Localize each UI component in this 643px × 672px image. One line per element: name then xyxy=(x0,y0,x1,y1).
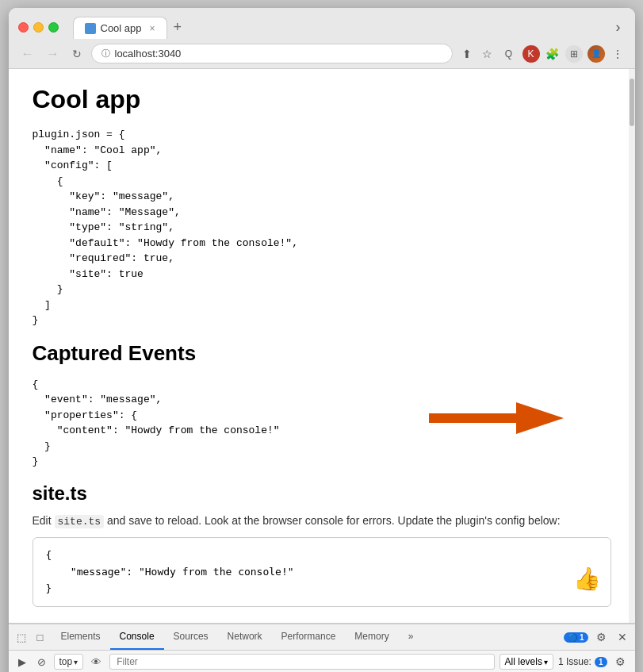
extension-icon-2[interactable]: K xyxy=(522,45,540,63)
site-ts-description: Edit site.ts and save to reload. Look at… xyxy=(33,513,611,530)
captured-events-title: Captured Events xyxy=(33,341,611,366)
svg-marker-0 xyxy=(429,402,564,434)
site-ts-title: site.ts xyxy=(33,482,611,505)
log-level-selector[interactable]: All levels ▾ xyxy=(499,654,553,670)
devtools-tab-network[interactable]: Network xyxy=(218,624,272,650)
devtools-toolbar: ▶ ⊘ top ▾ 👁 All levels ▾ 1 Issue: 1 ⚙ xyxy=(9,651,635,672)
extension-icon-1[interactable]: Q xyxy=(500,45,518,63)
site-ts-code-inline: site.ts xyxy=(55,515,105,528)
title-bar: Cool app × + › xyxy=(9,8,635,39)
traffic-lights xyxy=(18,22,59,33)
menu-button[interactable]: ⋮ xyxy=(610,46,626,62)
devtools-right-controls: 🔵 1 ⚙ ✕ xyxy=(564,629,630,645)
tab-close-button[interactable]: × xyxy=(150,23,155,34)
devtools-tab-console[interactable]: Console xyxy=(110,624,164,650)
minimize-button[interactable] xyxy=(33,22,44,33)
star-icon[interactable]: ☆ xyxy=(480,46,496,62)
upload-icon[interactable]: ⬆ xyxy=(459,46,475,62)
top-context-selector[interactable]: top ▾ xyxy=(54,654,84,670)
devtools-tab-performance[interactable]: Performance xyxy=(272,624,346,650)
profile-button[interactable]: ⊞ xyxy=(565,45,583,63)
devtools-tab-sources[interactable]: Sources xyxy=(164,624,218,650)
url-bar[interactable]: ⓘ localhost:3040 xyxy=(91,44,453,63)
page-content: Cool app plugin.json = { "name": "Cool a… xyxy=(9,69,635,623)
avatar[interactable]: 👤 xyxy=(588,45,605,63)
tab-favicon xyxy=(85,23,96,34)
devtools-more-tabs[interactable]: » xyxy=(399,624,423,650)
new-tab-button[interactable]: + xyxy=(167,16,189,39)
devtools-device-icon[interactable]: □ xyxy=(33,629,48,645)
stop-button[interactable]: ⊘ xyxy=(34,655,49,670)
captured-events-section: { "event": "message", "properties": { "c… xyxy=(33,377,611,470)
config-box: { "message": "Howdy from the console!" }… xyxy=(33,537,611,607)
console-filter-input[interactable] xyxy=(109,654,494,670)
toolbar-icons: ⬆ ☆ Q K 🧩 ⊞ 👤 ⋮ xyxy=(459,45,626,63)
scrollbar[interactable] xyxy=(629,69,635,623)
run-button[interactable]: ▶ xyxy=(15,655,29,670)
back-button[interactable]: ← xyxy=(18,45,37,63)
url-text: localhost:3040 xyxy=(115,48,182,60)
site-ts-section: site.ts Edit site.ts and save to reload.… xyxy=(33,482,611,608)
devtools-settings-button[interactable]: ⚙ xyxy=(593,629,610,645)
site-ts-desc-post: and save to reload. Look at the browser … xyxy=(104,514,560,527)
address-bar: ← → ↻ ⓘ localhost:3040 ⬆ ☆ Q K 🧩 ⊞ 👤 ⋮ xyxy=(9,39,635,69)
page-title: Cool app xyxy=(33,85,611,114)
tab-overflow-button[interactable]: › xyxy=(611,16,626,39)
tab-title: Cool app xyxy=(101,22,142,34)
extensions-button[interactable]: 🧩 xyxy=(545,46,561,62)
tabs-row: Cool app × + › xyxy=(73,16,626,39)
site-ts-desc-pre: Edit xyxy=(33,514,55,527)
devtools-inspect-icon[interactable]: ⬚ xyxy=(13,629,29,645)
devtools-close-button[interactable]: ✕ xyxy=(614,629,630,645)
refresh-button[interactable]: ↻ xyxy=(69,46,85,62)
devtools-panel: ⬚ □ Elements Console Sources Network Per… xyxy=(9,623,635,672)
close-button[interactable] xyxy=(18,22,29,33)
devtools-tab-elements[interactable]: Elements xyxy=(52,624,110,650)
message-count-badge: 🔵 1 xyxy=(564,632,588,643)
eye-button[interactable]: 👁 xyxy=(88,655,105,670)
config-json: { "message": "Howdy from the console!" } xyxy=(46,547,598,597)
plugin-json-code: plugin.json = { "name": "Cool app", "con… xyxy=(33,127,611,328)
maximize-button[interactable] xyxy=(48,22,59,33)
scrollbar-thumb[interactable] xyxy=(630,79,634,126)
active-tab[interactable]: Cool app × xyxy=(73,17,167,39)
console-settings-button[interactable]: ⚙ xyxy=(612,654,629,670)
devtools-tab-memory[interactable]: Memory xyxy=(345,624,398,650)
thumbs-up-icon: 👍 xyxy=(573,563,601,599)
orange-arrow xyxy=(429,401,564,436)
devtools-tabs: ⬚ □ Elements Console Sources Network Per… xyxy=(9,624,635,651)
forward-button[interactable]: → xyxy=(44,45,63,63)
browser-window: Cool app × + › ← → ↻ ⓘ localhost:3040 ⬆ … xyxy=(9,8,635,672)
issues-indicator[interactable]: 1 Issue: 1 xyxy=(558,656,607,667)
lock-icon: ⓘ xyxy=(101,48,110,60)
issues-count-badge: 1 xyxy=(595,657,607,667)
